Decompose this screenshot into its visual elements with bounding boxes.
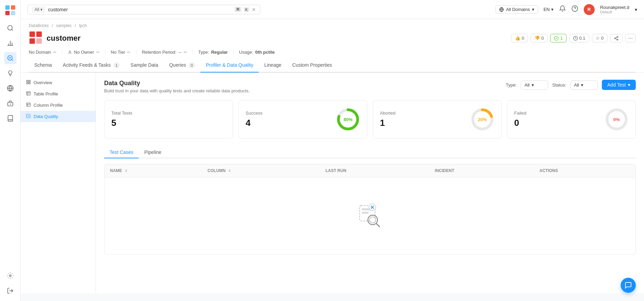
status-select[interactable]: All ▾ [570, 80, 598, 90]
top-bar-right: All Domains ▾ EN ▾ [495, 4, 637, 15]
stat-failed: Failed 0 0% [507, 100, 636, 139]
nav-overview[interactable]: Overview [21, 77, 96, 88]
breadcrumb: DataBricks / samples / tpch [29, 23, 636, 28]
retention-edit-icon[interactable]: ✏ [184, 50, 187, 55]
sidebar-globe-icon[interactable] [4, 82, 16, 94]
test-tab-cases[interactable]: Test Cases [104, 147, 139, 158]
vote-down-button[interactable]: 👎 0 [531, 34, 547, 42]
stat-total-tests: Total Tests 5 [104, 100, 233, 139]
star-button[interactable]: ☆ 0 [592, 34, 607, 42]
col-actions: ACTIONS [534, 164, 635, 178]
meta-retention: Retention Period: -- ✏ [136, 50, 193, 55]
tab-profiler[interactable]: Profiler & Data Quality [200, 59, 259, 73]
tab-custom-properties[interactable]: Custom Properties [287, 59, 337, 73]
user-role: Default [600, 10, 629, 14]
chat-bubble[interactable] [621, 278, 636, 293]
globe-icon [499, 7, 504, 12]
test-tab-pipeline[interactable]: Pipeline [139, 147, 167, 158]
run-value-button[interactable]: 0.1 [569, 34, 589, 42]
nav-data-quality[interactable]: Data Quality [21, 111, 96, 122]
lang-selector[interactable]: EN ▾ [544, 7, 554, 12]
tab-activity[interactable]: Activity Feeds & Tasks 1 [57, 59, 125, 73]
avatar[interactable]: R [584, 4, 595, 15]
search-all-label: All [35, 7, 39, 12]
vote-up-button[interactable]: 👍 0 [511, 34, 528, 42]
name-sort-icon[interactable]: ⇕ [125, 169, 127, 173]
clock-icon [573, 36, 578, 41]
breadcrumb-samples[interactable]: samples [56, 23, 72, 28]
svg-rect-33 [27, 80, 28, 82]
col-column: COLUMN ⇕ [202, 164, 320, 178]
help-icon[interactable] [571, 5, 578, 14]
svg-point-15 [9, 275, 11, 277]
failed-label: Failed [514, 110, 526, 116]
tab-schema[interactable]: Schema [29, 59, 57, 73]
user-info[interactable]: Rounakpreet.d Default [600, 5, 629, 14]
share-button[interactable] [610, 34, 622, 42]
check-circle-icon [554, 36, 559, 41]
search-clear-button[interactable]: ✕ [252, 7, 256, 12]
type-value: Regular [211, 50, 227, 55]
svg-point-27 [617, 36, 618, 38]
success-value: 4 [246, 118, 262, 128]
nav-column-profile[interactable]: Column Profile [21, 100, 96, 111]
lang-chevron: ▾ [551, 7, 554, 12]
vote-up-count: 0 [522, 36, 524, 41]
breadcrumb-tpch[interactable]: tpch [79, 23, 87, 28]
nav-overview-label: Overview [34, 80, 52, 85]
sidebar-settings-icon[interactable] [4, 270, 16, 282]
run-count: 1 [560, 36, 562, 41]
nav-table-profile[interactable]: Table Profile [21, 88, 96, 100]
top-bar: All ▾ ⌘ K ✕ All Domains ▾ EN [21, 0, 644, 19]
sidebar-book-icon[interactable] [4, 112, 16, 125]
search-input[interactable] [48, 7, 232, 12]
more-actions-button[interactable]: ⋯ [625, 34, 636, 42]
svg-line-30 [616, 38, 617, 39]
entity-name: customer [47, 34, 80, 43]
breadcrumb-databricks[interactable]: DataBricks [29, 23, 49, 28]
icon-sidebar [0, 0, 21, 301]
stat-total-text: Total Tests 5 [111, 110, 132, 128]
type-select[interactable]: All ▾ [521, 80, 548, 90]
sidebar-logout-icon[interactable] [4, 285, 16, 297]
stat-aborted-text: Aborted 1 [380, 110, 396, 128]
tab-sample-data[interactable]: Sample Data [125, 59, 164, 73]
col-name: NAME ⇕ [104, 164, 202, 178]
sidebar-explore-icon[interactable] [4, 52, 16, 64]
type-chevron: ▾ [532, 82, 534, 88]
status-chevron: ▾ [581, 82, 583, 88]
notifications-icon[interactable] [559, 5, 566, 14]
tier-edit-icon[interactable]: ✏ [127, 50, 131, 55]
sidebar-search-icon[interactable] [4, 22, 16, 34]
usage-value: 0th pctile [255, 50, 275, 55]
sidebar-building-icon[interactable] [4, 97, 16, 109]
add-test-chevron: ▾ [628, 82, 630, 88]
svg-rect-21 [29, 31, 35, 37]
sidebar-chart-icon[interactable] [4, 37, 16, 49]
domain-label: No Domain [29, 50, 51, 55]
tab-queries[interactable]: Queries 0 [164, 59, 200, 73]
owner-edit-icon[interactable]: ✏ [96, 50, 100, 55]
search-all-dropdown[interactable]: All ▾ [32, 6, 45, 13]
nav-table-profile-label: Table Profile [34, 91, 58, 96]
meta-tier: No Tier ✏ [106, 50, 137, 55]
tab-lineage[interactable]: Lineage [259, 59, 287, 73]
thumbs-up-icon: 👍 [515, 36, 520, 41]
lang-label: EN [544, 7, 550, 12]
no-results-icon [356, 202, 384, 230]
app-logo[interactable] [4, 4, 16, 16]
domain-selector[interactable]: All Domains ▾ [495, 5, 538, 14]
column-sort-icon[interactable]: ⇕ [228, 169, 231, 173]
domain-edit-icon[interactable]: ✏ [53, 50, 57, 55]
svg-rect-50 [362, 212, 369, 214]
type-control-label: Type: [506, 82, 517, 88]
add-test-button[interactable]: Add Test ▾ [602, 80, 636, 90]
search-box[interactable]: All ▾ ⌘ K ✕ [27, 5, 260, 14]
entity-header: customer 👍 0 👎 0 [29, 31, 636, 45]
star-count: 0 [601, 36, 604, 41]
sidebar-bulb-icon[interactable] [4, 67, 16, 79]
meta-owner: No Owner ✏ [62, 50, 106, 55]
run-count-button[interactable]: 1 [550, 34, 566, 42]
right-content: Data Quality Build trust in your data wi… [96, 73, 644, 293]
usage-label: Usage: [239, 50, 253, 55]
